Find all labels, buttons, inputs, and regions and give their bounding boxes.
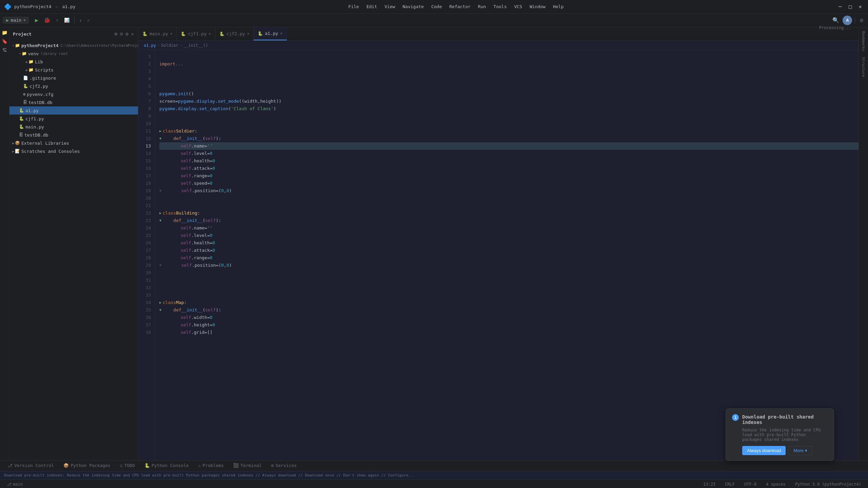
menu-file[interactable]: File — [346, 3, 361, 10]
tree-scripts[interactable]: ▶ 📁 Scripts — [9, 66, 138, 74]
file-name-label: a1.py — [62, 4, 75, 9]
maximize-button[interactable]: □ — [847, 3, 854, 11]
sidebar-settings[interactable]: ⚙ — [125, 30, 129, 37]
menu-run[interactable]: Run — [475, 3, 489, 10]
sidebar-collapse-all[interactable]: ⊟ — [119, 30, 123, 37]
code-line-14: self.level = 0 — [159, 150, 859, 157]
title-left: 🔷 pythonProject4 – a1.py — [4, 3, 76, 10]
tab-cjf1-py[interactable]: 🐍 cjf1.py ✕ — [177, 27, 215, 40]
menu-refactor[interactable]: Refactor — [447, 3, 473, 10]
python-console-label: Python Console — [152, 463, 189, 468]
breadcrumb-file[interactable]: a1.py — [144, 43, 156, 48]
editor-content[interactable]: 1 2 3 4 5 6 7 8 9 10 11 12 13 14 15 16 1… — [138, 50, 859, 460]
menu-view[interactable]: View — [382, 3, 398, 10]
status-charset[interactable]: UTF-8 — [742, 480, 759, 488]
bottom-tab-problems[interactable]: ⚠ Problems — [194, 461, 229, 471]
activity-structure[interactable]: 🏗 — [1, 46, 9, 54]
tab-cjf2-py-label: cjf2.py — [226, 31, 245, 36]
bottom-tab-todo[interactable]: ☑ TODO — [115, 461, 140, 471]
code-line-16: self.attack = 0 — [159, 165, 859, 172]
debug-button[interactable]: 🐞 — [42, 16, 53, 25]
right-panel-bookmarks[interactable]: Bookmarks — [860, 28, 867, 54]
bottom-tab-version-control[interactable]: ⎇ Version Control — [3, 461, 59, 471]
status-indent[interactable]: 4 spaces — [763, 480, 788, 488]
line-numbers: 1 2 3 4 5 6 7 8 9 10 11 12 13 14 15 16 1… — [138, 50, 155, 460]
tab-cjf1-py-close[interactable]: ✕ — [209, 32, 211, 36]
code-line-28: self.range = 0 — [159, 254, 859, 262]
venv-folder-icon: 📁 — [22, 51, 27, 56]
project-name-label: pythonProject4 — [14, 4, 52, 9]
tree-gitignore[interactable]: 📄 .gitignore — [9, 74, 138, 82]
code-line-34: ▶class Map: — [159, 299, 859, 306]
profile-button[interactable]: 📊 — [62, 16, 72, 24]
activity-bookmarks[interactable]: 🔖 — [1, 37, 9, 45]
code-line-38: self.grid = [] — [159, 329, 859, 336]
tree-lib[interactable]: ▶ 📁 Lib — [9, 58, 138, 66]
library-root-label: library root — [41, 52, 67, 56]
git-branch: main — [13, 482, 23, 487]
tab-cjf2-py-close[interactable]: ✕ — [247, 32, 250, 36]
tree-testdb-root[interactable]: 🗄 testDB.db — [9, 131, 138, 139]
sidebar-close[interactable]: ✕ — [131, 30, 135, 37]
toolbar-separator — [74, 17, 75, 24]
user-avatar[interactable]: A — [843, 16, 852, 25]
tab-a1-py[interactable]: 🐍 a1.py ✕ — [254, 27, 287, 40]
tab-a1-py-close[interactable]: ✕ — [280, 31, 282, 36]
tab-main-py-close[interactable]: ✕ — [170, 32, 173, 36]
menu-edit[interactable]: Edit — [364, 3, 380, 10]
breadcrumb-method[interactable]: __init__() — [183, 43, 208, 48]
tree-testdb-venv[interactable]: 🗄 testDB.db — [9, 98, 138, 106]
close-button[interactable]: ✕ — [856, 3, 864, 11]
code-line-36: self.width = 0 — [159, 314, 859, 321]
run-configuration[interactable]: ▶ main ▼ — [3, 17, 29, 24]
more-button[interactable]: More ▾ — [788, 446, 812, 455]
tab-main-py[interactable]: 🐍 main.py ✕ — [138, 27, 177, 40]
tree-scratches[interactable]: ▶ 📝 Scratches and Consoles — [9, 147, 138, 155]
settings-button[interactable]: ⚙ — [858, 16, 865, 25]
menu-vcs[interactable]: VCS — [511, 3, 525, 10]
bottom-tab-services[interactable]: ⚙ Services — [267, 461, 301, 471]
tree-cjf1[interactable]: 🐍 cjf1.py — [9, 115, 138, 123]
bottom-toolbar: ⎇ Version Control 📦 Python Packages ☑ TO… — [0, 460, 868, 471]
vcs-commit-button[interactable]: ✓ — [85, 16, 92, 24]
tree-pyvenv[interactable]: ⚙ pyvenv.cfg — [9, 90, 138, 98]
minimize-button[interactable]: ─ — [836, 3, 844, 11]
bottom-tab-python-console[interactable]: 🐍 Python Console — [140, 461, 194, 471]
gitignore-icon: 📄 — [23, 76, 28, 80]
bottom-tab-terminal[interactable]: ⬛ Terminal — [229, 461, 267, 471]
activity-project[interactable]: 📁 — [1, 28, 9, 37]
coverage-button[interactable]: ⚡ — [54, 16, 61, 24]
tree-root-project[interactable]: ▾ 📁 pythonProject4 C:\Users\Administrato… — [9, 41, 138, 49]
menu-tools[interactable]: Tools — [491, 3, 509, 10]
code-editor[interactable]: import ... pygame.init() screen = pygame… — [155, 50, 859, 460]
vcs-update-button[interactable]: ↓ — [77, 16, 84, 24]
menu-code[interactable]: Code — [429, 3, 445, 10]
status-python-version[interactable]: Python 3.9 (pythonProject4) — [792, 480, 864, 488]
always-download-button[interactable]: Always download — [742, 446, 786, 455]
code-line-11: ▶class Soldier: — [159, 127, 859, 135]
run-button[interactable]: ▶ — [33, 16, 40, 25]
status-line-ending[interactable]: CRLF — [722, 480, 737, 488]
tree-external-libs[interactable]: ▶ 📦 External Libraries — [9, 139, 138, 147]
status-position[interactable]: 13:23 — [701, 480, 718, 488]
bottom-tab-python-packages[interactable]: 📦 Python Packages — [59, 461, 115, 471]
status-git[interactable]: ⎇ main — [4, 480, 25, 488]
tree-main[interactable]: 🐍 main.py — [9, 123, 138, 131]
tree-cjf2[interactable]: 🐍 cjf2.py — [9, 82, 138, 90]
problems-label: Problems — [202, 463, 224, 468]
breadcrumb-class[interactable]: Soldier — [161, 43, 178, 48]
menu-help[interactable]: Help — [550, 3, 566, 10]
tree-a1[interactable]: 🐍 a1.py — [9, 106, 138, 115]
menu-navigate[interactable]: Navigate — [400, 3, 427, 10]
right-panel: Bookmarks Structure — [859, 27, 868, 460]
code-line-3 — [159, 68, 859, 75]
notif-actions: Always download More ▾ — [732, 446, 828, 455]
menu-window[interactable]: Window — [527, 3, 548, 10]
tab-a1-py-label: a1.py — [265, 31, 278, 36]
right-panel-structure[interactable]: Structure — [860, 54, 867, 80]
info-strip-text: Download pre-built indexes: Reduce the i… — [4, 473, 864, 477]
tab-cjf2-py[interactable]: 🐍 cjf2.py ✕ — [215, 27, 254, 40]
tree-venv[interactable]: ▾ 📁 venv library root — [9, 49, 138, 58]
sidebar-expand-all[interactable]: ⊞ — [114, 30, 118, 37]
search-everywhere-button[interactable]: 🔍 — [830, 16, 841, 25]
